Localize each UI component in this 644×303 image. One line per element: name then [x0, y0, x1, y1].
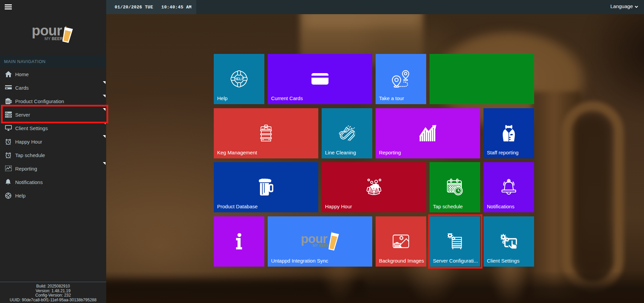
svg-text:HELP: HELP: [234, 77, 244, 81]
svg-text:MY BEER: MY BEER: [45, 36, 63, 41]
svg-text:MY BEER: MY BEER: [313, 243, 329, 247]
